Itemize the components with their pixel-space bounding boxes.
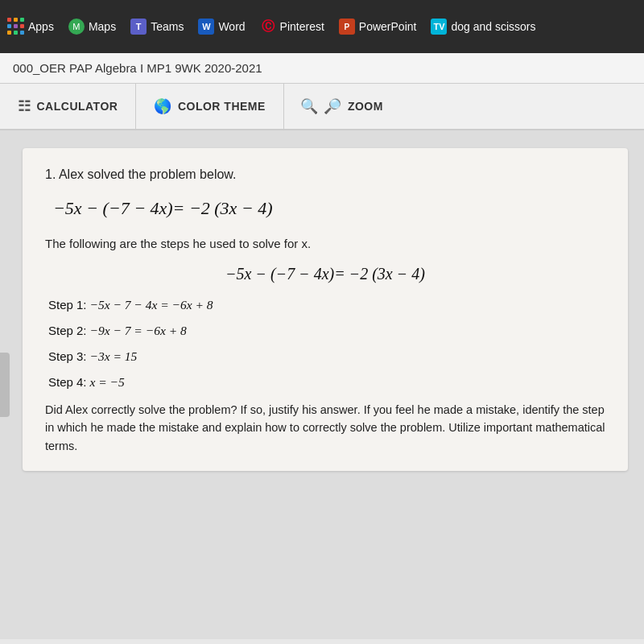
main-equation: −5x − (−7 − 4x)= −2 (3x − 4): [45, 198, 605, 219]
palette-icon: 🌎: [154, 97, 172, 115]
apps-label: Apps: [28, 20, 54, 33]
question-intro-text: Alex solved the problem below.: [59, 167, 237, 181]
question-intro: 1. Alex solved the problem below.: [45, 167, 605, 182]
step-3-label: Step 3:: [48, 349, 87, 363]
final-question: Did Alex correctly solve the problem? If…: [45, 401, 605, 455]
calculator-icon: ☷: [18, 97, 31, 115]
browser-item-maps[interactable]: M Maps: [68, 19, 116, 35]
left-tab: [0, 353, 10, 417]
powerpoint-label: PowerPoint: [359, 20, 417, 33]
word-icon: W: [198, 19, 214, 35]
browser-item-tv[interactable]: TV dog and scissors: [431, 19, 535, 35]
tv-label: dog and scissors: [451, 20, 535, 33]
step-2-label: Step 2:: [48, 324, 87, 337]
step-4: Step 4: x = −5: [45, 375, 605, 390]
toolbar: ☷ CALCULATOR 🌎 COLOR THEME 🔍 🔎 ZOOM: [0, 84, 644, 130]
step-3-eq: −3x = 15: [89, 349, 137, 363]
teams-icon: T: [130, 19, 147, 35]
step-2: Step 2: −9x − 7 = −6x + 8: [45, 324, 605, 338]
browser-item-powerpoint[interactable]: P PowerPoint: [339, 19, 417, 35]
apps-icon: [8, 19, 24, 35]
browser-item-apps[interactable]: Apps: [8, 19, 54, 35]
maps-icon: M: [68, 19, 85, 35]
calculator-label: CALCULATOR: [37, 100, 118, 113]
step-1: Step 1: −5x − 7 − 4x = −6x + 8: [45, 298, 605, 312]
step-4-eq: x = −5: [89, 375, 124, 389]
teams-label: Teams: [151, 20, 184, 33]
pinterest-label: Pinterest: [280, 20, 324, 33]
step-1-eq: −5x − 7 − 4x = −6x + 8: [89, 298, 213, 312]
content-area: 1. Alex solved the problem below. −5x − …: [0, 130, 644, 639]
powerpoint-icon: P: [339, 19, 355, 35]
browser-bar: Apps M Maps T Teams W Word Ⓒ Pinterest P…: [0, 0, 644, 53]
steps-intro: The following are the steps he used to s…: [45, 237, 605, 250]
browser-item-pinterest[interactable]: Ⓒ Pinterest: [260, 19, 324, 35]
zoom-label: ZOOM: [348, 100, 383, 113]
calculator-button[interactable]: ☷ CALCULATOR: [0, 84, 136, 129]
browser-item-teams[interactable]: T Teams: [130, 19, 184, 35]
search-icon: 🔍: [300, 97, 319, 115]
word-label: Word: [218, 20, 245, 33]
color-theme-label: COLOR THEME: [178, 100, 266, 113]
step-4-label: Step 4:: [48, 375, 87, 389]
step-2-eq: −9x − 7 = −6x + 8: [89, 324, 186, 337]
color-theme-button[interactable]: 🌎 COLOR THEME: [136, 84, 283, 129]
pinterest-icon: Ⓒ: [260, 19, 276, 35]
tv-icon: TV: [431, 19, 447, 35]
browser-item-word[interactable]: W Word: [198, 19, 245, 35]
step-3: Step 3: −3x = 15: [45, 349, 605, 364]
page-title-bar: 000_OER PAP Algebra I MP1 9WK 2020-2021: [0, 53, 644, 84]
maps-label: Maps: [89, 20, 116, 33]
content-card: 1. Alex solved the problem below. −5x − …: [23, 148, 628, 471]
zoom-button[interactable]: 🔍 🔎 ZOOM: [284, 84, 399, 129]
page-title: 000_OER PAP Algebra I MP1 9WK 2020-2021: [13, 61, 262, 75]
repeat-equation: −5x − (−7 − 4x)= −2 (3x − 4): [45, 265, 605, 283]
zoom-search-icon: 🔎: [324, 97, 342, 115]
question-number: 1.: [45, 167, 56, 181]
step-1-label: Step 1:: [48, 298, 87, 312]
